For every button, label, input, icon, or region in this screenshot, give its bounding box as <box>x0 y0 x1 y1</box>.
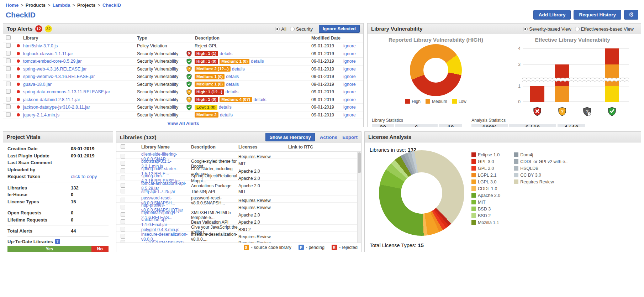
alert-library-link[interactable]: html5shiv-3.7.0.js <box>23 43 137 48</box>
ignore-link[interactable]: ignore <box>343 113 363 118</box>
row-checkbox[interactable] <box>121 161 125 166</box>
scrollbar-thumb[interactable] <box>358 152 361 173</box>
help-icon[interactable]: ? <box>55 239 60 244</box>
alerts-table-header: LibraryTypeDescriptionModified Date <box>3 34 363 42</box>
alert-library-link[interactable]: spring-webmvc-4.3.16.RELEASE.jar <box>23 74 137 79</box>
alert-library-link[interactable]: guava-18.0.jar <box>23 82 137 87</box>
ignore-link[interactable]: ignore <box>343 51 363 56</box>
alert-dot-icon <box>17 90 20 93</box>
breadcrumb-item[interactable]: Home <box>6 2 19 8</box>
severity-badge-medium: Medium: 2 <box>195 112 218 118</box>
yellow-shield-icon: ? <box>186 89 193 95</box>
breadcrumb-item[interactable]: CheckID <box>102 2 121 8</box>
alert-library-link[interactable]: spring-data-commons-1.13.11.RELEASE.jar <box>23 89 137 94</box>
details-link[interactable]: details <box>226 74 239 79</box>
alert-dot-icon <box>17 59 20 63</box>
libraries-select-all-checkbox[interactable] <box>121 144 125 149</box>
alert-library-link[interactable]: logback-classic-1.1.11.jar <box>23 51 137 56</box>
legend-key-R: R <box>332 245 337 250</box>
view-radio-effectiveness-based-view[interactable] <box>575 27 580 31</box>
ignore-selected-button[interactable]: Ignore Selected <box>319 25 360 33</box>
alert-library-link[interactable]: tomcat-embed-core-8.5.29.jar <box>23 59 137 64</box>
analysis-statistics-label: Analysis Statistics <box>471 118 585 123</box>
row-checkbox[interactable] <box>121 189 125 193</box>
details-link[interactable]: details <box>226 82 239 87</box>
row-checkbox[interactable] <box>6 51 11 56</box>
library-name-link[interactable]: ...-v8.0.0.SNAPSHOT.j... <box>141 240 191 243</box>
row-checkbox[interactable] <box>121 219 125 224</box>
shield-axis-row: ?? <box>514 107 631 118</box>
divider <box>7 236 109 237</box>
export-link[interactable]: Export <box>342 135 358 140</box>
details-link[interactable]: details <box>219 105 232 110</box>
details-link[interactable]: details <box>253 97 266 102</box>
row-checkbox[interactable] <box>6 82 11 86</box>
alert-library-link[interactable]: jackson-datatype-jsr310-2.8.11.jar <box>23 105 137 110</box>
green-shield-icon <box>186 81 193 87</box>
library-description: XML/XHTML/HTML5 template e... <box>191 210 238 220</box>
add-library-button[interactable]: Add Library <box>533 10 571 20</box>
filter-radio-security[interactable] <box>290 27 295 31</box>
show-as-hierarchy-button[interactable]: Show as Hierarchy <box>265 133 315 141</box>
row-checkbox[interactable] <box>6 112 11 117</box>
row-checkbox[interactable] <box>121 154 125 158</box>
row-checkbox[interactable] <box>121 240 125 243</box>
library-name-link[interactable]: polyglot-0.4.3.min.js <box>141 227 191 232</box>
row-checkbox[interactable] <box>6 58 11 63</box>
ignore-link[interactable]: ignore <box>343 89 363 94</box>
details-link[interactable]: details <box>226 89 238 94</box>
ignore-link[interactable]: ignore <box>343 43 363 48</box>
view-all-alerts-link[interactable]: View All Alerts <box>167 121 199 126</box>
ignore-link[interactable]: ignore <box>343 82 363 87</box>
alert-dot-icon <box>17 98 20 101</box>
legend-swatch <box>452 99 457 104</box>
row-checkbox[interactable] <box>121 176 125 180</box>
row-checkbox[interactable] <box>6 43 11 48</box>
click-to-copy-link[interactable]: click to copy <box>71 174 97 179</box>
row-checkbox[interactable] <box>121 198 125 202</box>
legend-swatch <box>471 193 476 198</box>
row-checkbox[interactable] <box>121 227 125 231</box>
ignore-link[interactable]: ignore <box>343 74 363 79</box>
vitals-row: Last Plugin Update09-01-2019 <box>7 152 109 160</box>
alert-dot-icon <box>17 67 20 71</box>
alert-library-link[interactable]: spring-web-4.3.16.RELEASE.jar <box>23 67 137 72</box>
row-checkbox[interactable] <box>121 212 125 217</box>
request-history-button[interactable]: Request History <box>574 10 621 20</box>
filter-radio-all[interactable] <box>275 27 280 31</box>
row-checkbox[interactable] <box>121 168 125 173</box>
select-all-checkbox[interactable] <box>6 35 11 40</box>
ignore-link[interactable]: ignore <box>343 67 363 72</box>
library-name-link[interactable]: slf4j-api-1.7.25.jar <box>141 189 191 194</box>
row-checkbox[interactable] <box>6 66 11 71</box>
breadcrumb-separator: > <box>21 2 23 8</box>
row-checkbox[interactable] <box>121 183 125 188</box>
breadcrumb-item[interactable]: Lambda <box>53 2 70 8</box>
ignore-link[interactable]: ignore <box>343 59 363 64</box>
row-checkbox[interactable] <box>6 74 11 78</box>
row-checkbox[interactable] <box>6 104 11 109</box>
row-checkbox[interactable] <box>6 89 11 94</box>
details-link[interactable]: details <box>232 67 245 72</box>
view-radio-severity-based-view[interactable] <box>523 27 528 31</box>
alert-library-link[interactable]: jackson-databind-2.8.11.1.jar <box>23 97 137 102</box>
scrollbar[interactable] <box>357 152 361 243</box>
alert-row: spring-webmvc-4.3.16.RELEASE.jarSecurity… <box>3 73 363 81</box>
severity-badge-high: High: 1 (0) <box>195 97 218 102</box>
details-link[interactable]: details <box>251 59 264 64</box>
stat-value: 100% <box>475 125 504 127</box>
alert-library-link[interactable]: jquery-2.1.4.min.js <box>23 113 137 118</box>
settings-button[interactable]: ⚙ <box>624 10 638 20</box>
alert-type: Security Vulnerability <box>137 89 186 94</box>
green-shield-icon <box>186 74 193 80</box>
row-checkbox[interactable] <box>6 97 11 101</box>
details-link[interactable]: details <box>220 51 232 56</box>
actions-link[interactable]: Actions <box>320 135 338 140</box>
row-checkbox[interactable] <box>121 234 125 239</box>
ignore-link[interactable]: ignore <box>343 97 363 102</box>
ignore-link[interactable]: ignore <box>343 105 363 110</box>
library-name-link[interactable]: validation-api-1.1.0.Final.jar <box>141 217 191 227</box>
row-checkbox[interactable] <box>121 205 125 209</box>
details-link[interactable]: details <box>220 113 233 118</box>
stat-value: 6 / 10 <box>512 125 553 127</box>
